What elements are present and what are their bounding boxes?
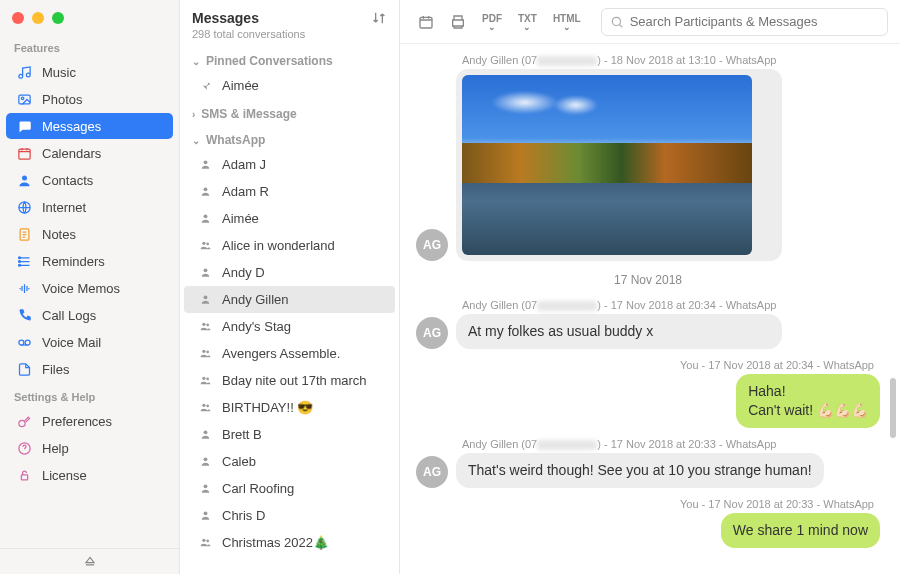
person-icon	[198, 266, 212, 280]
person-icon	[198, 293, 212, 307]
sidebar-item-license[interactable]: License	[6, 462, 173, 488]
redacted-number	[537, 301, 597, 311]
svg-point-22	[206, 324, 209, 327]
search-input[interactable]	[630, 14, 879, 29]
svg-rect-35	[420, 17, 432, 28]
window-controls	[0, 8, 179, 34]
conversation-item[interactable]: Andy's Stag	[180, 313, 399, 340]
conversations-list[interactable]: ⌄Pinned ConversationsAimée›SMS & iMessag…	[180, 46, 399, 574]
sidebar-item-voice-memos[interactable]: Voice Memos	[6, 275, 173, 301]
redacted-number	[537, 56, 597, 66]
svg-rect-13	[21, 474, 27, 479]
conversation-item[interactable]: Carl Roofing	[180, 475, 399, 502]
conversations-column: Messages 298 total conversations ⌄Pinned…	[180, 0, 400, 574]
conversation-name: Chris D	[222, 508, 265, 523]
conversation-item[interactable]: BIRTHDAY!! 😎	[180, 394, 399, 421]
svg-point-26	[206, 378, 209, 381]
sidebar-item-internet[interactable]: Internet	[6, 194, 173, 220]
sidebar-item-label: Help	[42, 441, 69, 456]
export-pdf-button[interactable]: PDF⌄	[476, 6, 508, 38]
sidebar-item-music[interactable]: Music	[6, 59, 173, 85]
sidebar-item-files[interactable]: Files	[6, 356, 173, 382]
svg-point-20	[203, 295, 207, 299]
eject-button[interactable]	[0, 548, 179, 574]
sidebar-item-preferences[interactable]: Preferences	[6, 408, 173, 434]
conversation-name: Aimée	[222, 78, 259, 93]
messages-thread[interactable]: AGAndy Gillen (07) - 18 Nov 2018 at 13:1…	[400, 44, 900, 574]
conversation-group-header[interactable]: ⌄Pinned Conversations	[180, 46, 399, 72]
conversation-group-header[interactable]: ⌄WhatsApp	[180, 125, 399, 151]
svg-point-19	[203, 268, 207, 272]
conversation-group-header[interactable]: ›SMS & iMessage	[180, 99, 399, 125]
svg-point-15	[203, 187, 207, 191]
voicememos-icon	[16, 280, 32, 296]
conversation-item[interactable]: Alice in wonderland	[180, 232, 399, 259]
conversation-name: Adam R	[222, 184, 269, 199]
conversation-item[interactable]: Chris D	[180, 502, 399, 529]
conversation-item[interactable]: Andy D	[180, 259, 399, 286]
conversation-item[interactable]: Adam R	[180, 178, 399, 205]
message-bubble[interactable]: We share 1 mind now	[721, 513, 880, 548]
sidebar-item-notes[interactable]: Notes	[6, 221, 173, 247]
conversation-name: Brett B	[222, 427, 262, 442]
conversation-name: BIRTHDAY!! 😎	[222, 400, 313, 415]
message-bubble[interactable]: At my folkes as usual buddy x	[456, 314, 782, 349]
sidebar-item-voice-mail[interactable]: Voice Mail	[6, 329, 173, 355]
minimize-window-button[interactable]	[32, 12, 44, 24]
contacts-icon	[16, 172, 32, 188]
conversation-item[interactable]: Avengers Assemble.	[180, 340, 399, 367]
svg-point-9	[18, 340, 23, 345]
conversation-item[interactable]: Andy Gillen	[184, 286, 395, 313]
message-bubble[interactable]: That's weird though! See you at 10 you s…	[456, 453, 824, 488]
main-scrollbar[interactable]	[890, 58, 896, 562]
sidebar-item-reminders[interactable]: Reminders	[6, 248, 173, 274]
help-icon	[16, 440, 32, 456]
messages-toolbar: PDF⌄TXT⌄HTML⌄	[400, 0, 900, 44]
conversation-item[interactable]: Aimée	[180, 72, 399, 99]
svg-point-16	[203, 214, 207, 218]
svg-point-31	[203, 484, 207, 488]
fullscreen-window-button[interactable]	[52, 12, 64, 24]
conversation-group-name: Pinned Conversations	[206, 54, 333, 68]
sidebar-section-label: Features	[0, 34, 179, 58]
conversations-subtitle: 298 total conversations	[192, 28, 305, 40]
sidebar-item-label: Voice Mail	[42, 335, 101, 350]
export-txt-button[interactable]: TXT⌄	[512, 6, 543, 38]
search-field[interactable]	[601, 8, 888, 36]
message-bubble[interactable]: Haha! Can't wait! 💪🏻💪🏻💪🏻	[736, 374, 880, 428]
conversation-item[interactable]: Caleb	[180, 448, 399, 475]
svg-point-30	[203, 457, 207, 461]
conversation-group-name: WhatsApp	[206, 133, 265, 147]
conversation-item[interactable]: Adam J	[180, 151, 399, 178]
svg-point-21	[202, 323, 205, 326]
export-html-button[interactable]: HTML⌄	[547, 6, 587, 38]
conversation-item[interactable]: Christmas 2022🎄	[180, 529, 399, 556]
messages-icon	[16, 118, 32, 134]
conversation-item[interactable]: Bday nite out 17th march	[180, 367, 399, 394]
sidebar-item-call-logs[interactable]: Call Logs	[6, 302, 173, 328]
message-row: AGAndy Gillen (07) - 18 Nov 2018 at 13:1…	[416, 54, 880, 261]
conversation-name: Andy D	[222, 265, 265, 280]
svg-point-29	[203, 430, 207, 434]
calendar-view-button[interactable]	[412, 8, 440, 36]
sidebar-item-calendars[interactable]: Calendars	[6, 140, 173, 166]
print-button[interactable]	[444, 8, 472, 36]
group-icon	[198, 401, 212, 415]
conversation-item[interactable]: Brett B	[180, 421, 399, 448]
sidebar-item-label: Voice Memos	[42, 281, 120, 296]
image-attachment[interactable]	[456, 69, 782, 261]
photos-icon	[16, 91, 32, 107]
message-row: You - 17 Nov 2018 at 20:34 - WhatsAppHah…	[416, 359, 880, 428]
person-icon	[198, 455, 212, 469]
close-window-button[interactable]	[12, 12, 24, 24]
sort-button[interactable]	[371, 10, 387, 29]
conversation-name: Aimée	[222, 211, 259, 226]
sidebar-item-messages[interactable]: Messages	[6, 113, 173, 139]
person-icon	[198, 428, 212, 442]
svg-point-24	[206, 351, 209, 354]
sidebar-item-label: Preferences	[42, 414, 112, 429]
sidebar-item-help[interactable]: Help	[6, 435, 173, 461]
conversation-item[interactable]: Aimée	[180, 205, 399, 232]
sidebar-item-photos[interactable]: Photos	[6, 86, 173, 112]
sidebar-item-contacts[interactable]: Contacts	[6, 167, 173, 193]
